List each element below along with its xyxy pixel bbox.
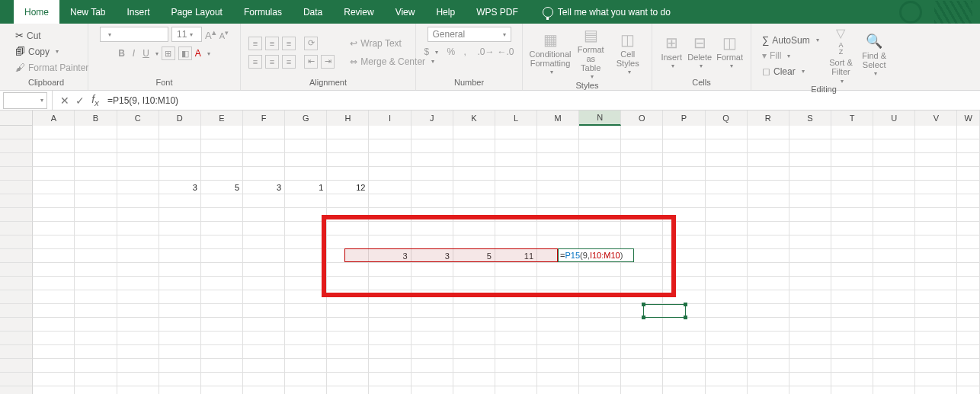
cell[interactable] — [915, 153, 957, 167]
cell[interactable] — [537, 194, 579, 208]
font-color-button[interactable]: A — [195, 48, 201, 59]
cell[interactable] — [663, 181, 705, 194]
cell[interactable] — [117, 153, 159, 167]
cell[interactable] — [369, 153, 411, 167]
cell[interactable] — [159, 249, 201, 263]
cell[interactable] — [453, 208, 495, 222]
cell[interactable] — [831, 222, 873, 235]
cell[interactable] — [748, 153, 789, 167]
cell[interactable] — [621, 277, 663, 290]
column-header-B[interactable]: B — [75, 111, 117, 126]
row-header-1[interactable] — [0, 126, 33, 139]
row-header-7[interactable] — [0, 208, 33, 222]
cell[interactable] — [285, 304, 327, 318]
tab-page-layout[interactable]: Page Layout — [161, 0, 233, 24]
cell[interactable] — [243, 126, 285, 139]
cell[interactable] — [748, 386, 789, 394]
fill-color-button[interactable]: ◧ — [178, 46, 192, 60]
cell[interactable] — [621, 126, 663, 139]
align-left-button[interactable]: ≡ — [248, 55, 262, 69]
cell[interactable] — [117, 318, 159, 332]
font-size-select[interactable]: 11▾ — [171, 27, 202, 42]
cell[interactable] — [706, 181, 748, 194]
cell[interactable] — [285, 290, 327, 304]
cell[interactable] — [75, 222, 117, 235]
cell[interactable] — [873, 318, 915, 332]
cell[interactable] — [33, 194, 75, 208]
align-center-button[interactable]: ≡ — [265, 55, 279, 69]
cell[interactable] — [243, 277, 285, 290]
increase-font-button[interactable]: A▴ — [205, 27, 216, 41]
row-header-13[interactable] — [0, 290, 33, 304]
cell[interactable] — [873, 126, 915, 139]
cell[interactable] — [831, 153, 873, 167]
cell[interactable] — [706, 345, 748, 359]
cell[interactable] — [33, 345, 75, 359]
cell[interactable] — [495, 290, 537, 304]
cell[interactable] — [495, 208, 537, 222]
cell[interactable] — [33, 208, 75, 222]
cell[interactable] — [201, 126, 243, 139]
cell[interactable] — [33, 373, 75, 386]
cell[interactable] — [537, 304, 579, 318]
cell[interactable] — [453, 290, 495, 304]
cell[interactable] — [117, 304, 159, 318]
cell[interactable] — [663, 332, 705, 345]
format-painter-button[interactable]: Format Painter — [12, 60, 91, 75]
cell[interactable] — [748, 359, 789, 373]
cell[interactable] — [915, 194, 957, 208]
cell[interactable] — [243, 194, 285, 208]
cell[interactable] — [621, 235, 663, 249]
cell[interactable] — [412, 167, 453, 181]
cell[interactable] — [33, 359, 75, 373]
cell[interactable] — [327, 263, 369, 277]
cell[interactable] — [75, 332, 117, 345]
cell[interactable] — [159, 290, 201, 304]
row-header-18[interactable] — [0, 359, 33, 373]
cell[interactable] — [789, 126, 831, 139]
align-middle-button[interactable]: ≡ — [265, 37, 279, 50]
accept-formula-button[interactable]: ✓ — [72, 94, 88, 107]
cell[interactable] — [748, 235, 789, 249]
cell[interactable] — [159, 222, 201, 235]
cell[interactable] — [495, 263, 537, 277]
cell[interactable] — [748, 126, 789, 139]
select-all-corner[interactable] — [0, 111, 33, 125]
cell[interactable] — [621, 139, 663, 153]
cell[interactable] — [412, 277, 453, 290]
cell[interactable] — [537, 235, 579, 249]
cell[interactable] — [663, 235, 705, 249]
cell[interactable] — [285, 359, 327, 373]
cell[interactable] — [537, 167, 579, 181]
cell[interactable] — [159, 304, 201, 318]
cell[interactable] — [789, 345, 831, 359]
cell[interactable] — [285, 222, 327, 235]
cell[interactable] — [285, 386, 327, 394]
cell[interactable] — [537, 373, 579, 386]
cell[interactable] — [537, 208, 579, 222]
cell[interactable] — [75, 194, 117, 208]
cell[interactable] — [327, 277, 369, 290]
cell[interactable] — [495, 304, 537, 318]
delete-cells-button[interactable]: ⊟Delete▾ — [687, 34, 712, 70]
cell[interactable] — [831, 359, 873, 373]
cell[interactable] — [579, 345, 621, 359]
clear-button[interactable]: Clear▾ — [759, 64, 822, 78]
cell[interactable] — [663, 167, 705, 181]
cell[interactable] — [706, 277, 748, 290]
cell[interactable] — [495, 194, 537, 208]
cell[interactable] — [453, 235, 495, 249]
cell[interactable] — [243, 386, 285, 394]
cell[interactable] — [412, 153, 453, 167]
cell[interactable]: 12 — [327, 181, 369, 194]
cell[interactable] — [706, 194, 748, 208]
column-header-V[interactable]: V — [915, 111, 957, 126]
cell[interactable] — [243, 304, 285, 318]
row-header-15[interactable] — [0, 318, 33, 332]
cell[interactable] — [285, 139, 327, 153]
row-header-16[interactable] — [0, 332, 33, 345]
cell[interactable] — [201, 318, 243, 332]
column-header-I[interactable]: I — [369, 111, 411, 126]
cell[interactable] — [495, 167, 537, 181]
underline-button[interactable]: U — [143, 48, 149, 59]
